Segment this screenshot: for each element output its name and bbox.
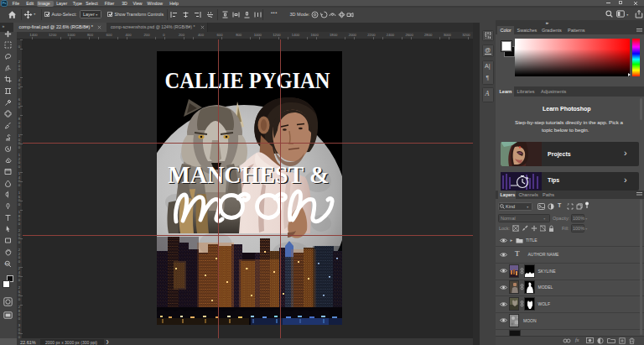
svg-text:CALLIE PYGIAN: CALLIE PYGIAN <box>165 67 330 93</box>
svg-text:MANCHEST &: MANCHEST & <box>168 159 329 187</box>
